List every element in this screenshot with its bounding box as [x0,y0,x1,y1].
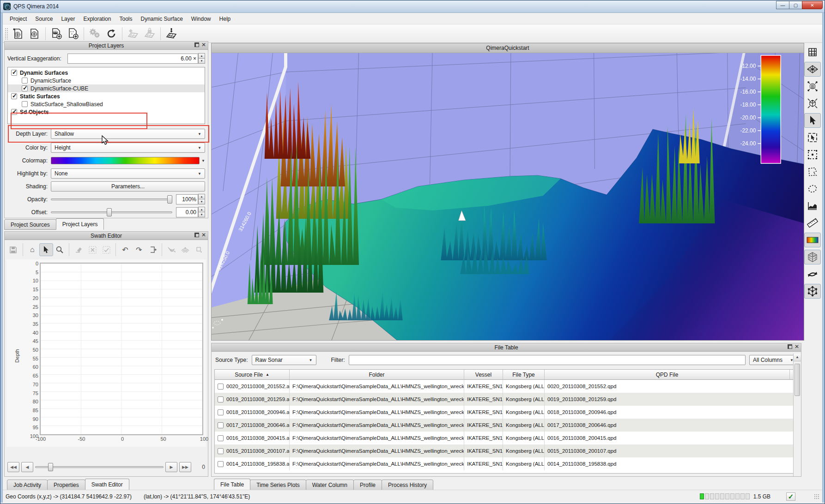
table-row[interactable]: 0016_20110308_200415.all F:\QimeraQuicks… [215,432,798,444]
filter-input[interactable] [349,355,746,365]
add-processed-points-files-icon[interactable]: x xx [65,26,81,42]
table-row[interactable]: 0020_20110308_201552.all F:\QimeraQuicks… [215,380,798,393]
col-source-file[interactable]: Source File▲ [215,370,290,380]
open-project-icon[interactable] [26,26,43,42]
first-ping-button[interactable]: ◀◀ [7,462,19,472]
profile-chart-icon[interactable] [804,198,821,213]
row-checkbox[interactable] [218,384,224,390]
swath-angle-icon[interactable] [164,243,178,256]
col-qpd-file[interactable]: QPD File [545,370,790,380]
scene-3d-viewport[interactable]: 314260.0 314250.0 -12.00 -14.00 -16.00 -… [211,43,804,341]
new-project-icon[interactable] [10,26,26,42]
checkbox-dynamic-surfaces[interactable] [11,70,17,76]
cube-nodes-icon[interactable] [804,284,821,299]
grid-star-icon[interactable] [125,26,141,42]
float-filetable-icon[interactable] [788,344,792,349]
polygon-select-icon[interactable] [804,164,821,179]
menu-help[interactable]: Help [215,14,235,24]
layer-row-dynamicsurface-cube[interactable]: DynamicSurface-CUBE [8,84,205,92]
close-panel-icon[interactable]: ✕ [201,42,206,47]
zoom-extents-3d-icon[interactable] [804,96,821,111]
ruler-icon[interactable] [804,216,821,230]
accept-selection-icon[interactable] [99,243,113,256]
table-row[interactable]: 0017_20110308_200646.all F:\QimeraQuicks… [215,419,798,432]
colormap-preview[interactable] [51,157,200,164]
grid-view-icon[interactable] [804,45,821,60]
menu-source[interactable]: Source [31,14,57,24]
eraser-icon[interactable] [72,243,85,256]
opacity-value[interactable]: 100% [176,194,198,204]
checkbox-dynamicsurface[interactable] [22,78,28,84]
tab-properties[interactable]: Properties [47,480,85,490]
layer-row-static-surfaces[interactable]: Static Surfaces [8,92,205,100]
resize-grip[interactable] [814,494,819,499]
exit-mode-icon[interactable] [146,243,160,256]
opacity-slider[interactable] [51,194,172,204]
layer-row-dynamic-surfaces[interactable]: Dynamic Surfaces [8,69,205,77]
menu-tools[interactable]: Tools [115,14,136,24]
offset-value[interactable]: 0.00 [176,207,198,217]
row-checkbox[interactable] [218,396,224,402]
offset-spinner[interactable]: ▲▼ [198,207,205,217]
checkbox-static-surfaces[interactable] [11,93,17,99]
rotate-view-icon[interactable] [804,267,821,282]
tab-job-activity[interactable]: Job Activity [7,480,48,490]
row-checkbox[interactable] [218,435,224,441]
opacity-spinner[interactable]: ▲▼ [198,194,205,204]
col-vessel[interactable]: Vessel [464,370,503,380]
vertical-exaggeration-input[interactable]: 6.00 × [67,54,198,64]
menu-project[interactable]: Project [6,14,31,24]
tab-project-layers[interactable]: Project Layers [56,218,104,230]
select-in-box-icon[interactable] [804,130,821,145]
colorbar-toggle-icon[interactable] [804,233,821,247]
layer-row-sd-objects[interactable]: Sd Objects [8,108,205,116]
save-icon[interactable] [6,243,20,256]
menu-window[interactable]: Window [187,14,215,24]
table-scrollbar[interactable]: ▲ [793,354,801,476]
checkbox-dynamicsurface-cube[interactable] [22,85,28,91]
layer-row-staticsurface-shallowbiased[interactable]: StaticSurface_ShallowBiased [8,100,205,108]
depth-layer-dropdown[interactable]: Shallow▼ [51,129,205,139]
tab-process-history[interactable]: Process History [382,480,433,490]
reject-selection-icon[interactable] [85,243,99,256]
home-icon[interactable]: ⌂ [25,243,39,256]
row-checkbox[interactable] [218,422,224,428]
row-checkbox[interactable] [218,409,224,415]
zoom-tool-icon[interactable] [53,243,67,256]
last-ping-button[interactable]: ▶▶ [179,462,191,472]
float-panel-icon[interactable] [194,42,199,47]
patch-test-icon[interactable] [163,26,180,42]
point-select-icon[interactable] [804,147,821,162]
source-type-dropdown[interactable]: Raw Sonar▼ [252,355,316,365]
refresh-icon[interactable] [103,26,120,42]
colormap-dropdown-arrow[interactable]: ▼ [201,159,205,163]
cube-mesh-icon[interactable] [804,250,821,264]
highlight-by-dropdown[interactable]: None▼ [51,168,205,179]
zoom-extents-surface-icon[interactable] [804,79,821,94]
checkbox-sd-objects[interactable] [11,109,17,115]
lasso-select-icon[interactable] [804,181,821,196]
pointer-tool-icon[interactable] [39,243,53,256]
row-checkbox[interactable] [218,448,224,454]
row-checkbox[interactable] [218,461,224,467]
table-row[interactable]: 0014_20110308_195838.all F:\QimeraQuicks… [215,457,798,470]
tab-water-column[interactable]: Water Column [306,480,354,490]
bathymetry-scene[interactable]: 314260.0 314250.0 -12.00 -14.00 -16.00 -… [212,43,804,341]
grid-lock-icon[interactable] [141,26,158,42]
color-by-dropdown[interactable]: Height▼ [51,143,205,153]
offset-slider[interactable] [51,207,172,217]
vertical-exaggeration-spinner[interactable]: ▲▼ [198,54,205,64]
close-button[interactable]: ✕ [802,1,823,9]
layer-row-dynamicsurface[interactable]: DynamicSurface [8,77,205,84]
swath-plot[interactable]: 0510152025303540455055606570758085909510… [40,263,203,435]
menu-exploration[interactable]: Exploration [79,14,115,24]
toolbar-grip[interactable] [5,28,8,40]
col-folder[interactable]: Folder [290,370,464,380]
table-row[interactable]: 0018_20110308_200946.all F:\QimeraQuicks… [215,406,798,419]
table-row[interactable]: 0015_20110308_200107.all F:\QimeraQuicks… [215,444,798,457]
swath-beams-icon[interactable] [178,243,192,256]
columns-dropdown[interactable]: All Columns▼ [749,355,797,365]
swath-menu-icon[interactable] [192,243,206,256]
next-ping-button[interactable]: ▶ [165,462,177,472]
tab-project-sources[interactable]: Project Sources [4,219,56,230]
